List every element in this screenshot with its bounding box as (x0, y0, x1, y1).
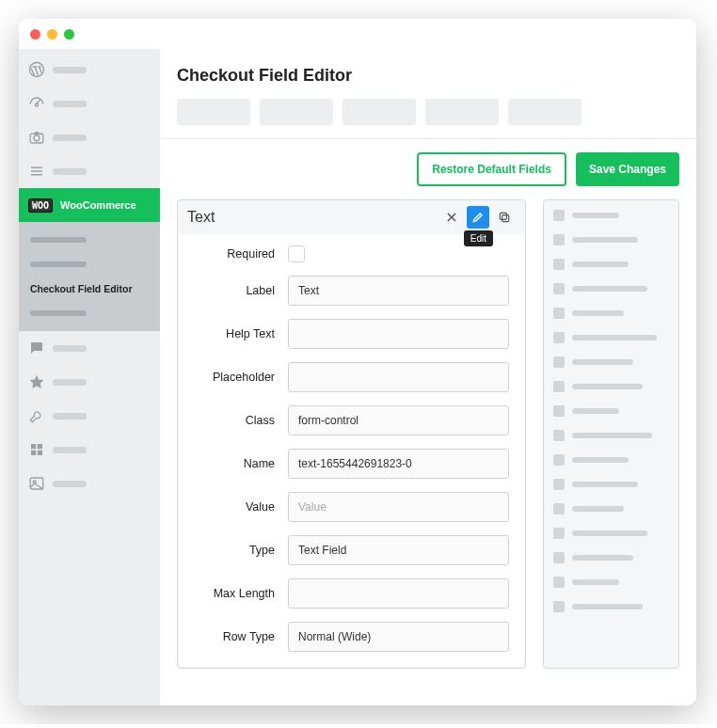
rowtype-label: Row Type (194, 630, 288, 643)
page-title: Checkout Field Editor (177, 58, 679, 99)
app-window: WOO WooCommerce Checkout Field Editor (19, 19, 696, 705)
copy-icon (498, 211, 511, 224)
comment-icon (28, 340, 45, 356)
maxlength-input[interactable] (288, 578, 509, 609)
svg-rect-4 (31, 444, 36, 449)
main-content: Checkout Field Editor Restore Default Fi… (160, 49, 696, 705)
sidebar-submenu: Checkout Field Editor (19, 222, 160, 331)
type-input[interactable] (288, 535, 509, 565)
pencil-icon (471, 211, 485, 224)
sidebar-item-tools[interactable] (19, 399, 160, 433)
class-input[interactable] (288, 405, 509, 435)
list-item[interactable] (553, 503, 669, 514)
titlebar (19, 19, 696, 49)
grid-icon (28, 441, 45, 458)
list-item[interactable] (553, 577, 669, 588)
svg-point-3 (34, 135, 40, 141)
required-label: Required (194, 247, 288, 261)
tab[interactable] (508, 99, 582, 125)
gauge-icon (28, 95, 45, 112)
sidebar-item-dashboard[interactable] (19, 87, 160, 120)
helptext-label: Help Text (194, 327, 288, 340)
tab[interactable] (177, 99, 250, 125)
svg-rect-7 (38, 451, 42, 455)
list-item[interactable] (553, 210, 669, 221)
restore-defaults-button[interactable]: Restore Default Fields (417, 152, 566, 186)
sidebar-subitem[interactable] (19, 301, 160, 325)
sidebar-item-comments[interactable] (19, 331, 160, 365)
list-item[interactable] (553, 430, 669, 441)
sidebar-item-wordpress[interactable] (19, 53, 160, 87)
edit-button[interactable] (467, 206, 489, 229)
svg-rect-6 (31, 451, 36, 455)
list-item[interactable] (553, 356, 669, 368)
sidebar-item-pages[interactable] (19, 154, 160, 188)
name-input[interactable] (288, 449, 509, 479)
field-list-panel (543, 199, 679, 669)
menu-icon (28, 163, 45, 180)
label-input[interactable] (288, 276, 509, 306)
list-item[interactable] (553, 234, 669, 245)
admin-sidebar: WOO WooCommerce Checkout Field Editor (19, 49, 160, 705)
wordpress-icon (28, 61, 45, 78)
helptext-input[interactable] (288, 319, 509, 349)
class-label: Class (194, 414, 288, 427)
close-icon (445, 211, 458, 224)
close-button[interactable] (440, 206, 463, 229)
sidebar-subitem-checkout-editor[interactable]: Checkout Field Editor (19, 277, 160, 301)
maxlength-label: Max Length (194, 587, 288, 600)
list-item[interactable] (553, 259, 669, 270)
star-icon (28, 373, 45, 390)
list-item[interactable] (553, 601, 669, 612)
sidebar-subitem[interactable] (19, 252, 160, 277)
value-input[interactable] (288, 492, 509, 522)
tab[interactable] (425, 99, 499, 125)
camera-icon (28, 129, 45, 146)
sidebar-item-favorites[interactable] (19, 365, 160, 399)
list-item[interactable] (553, 308, 669, 319)
window-minimize-icon[interactable] (47, 29, 57, 40)
svg-point-1 (36, 103, 39, 106)
list-item[interactable] (553, 332, 669, 343)
save-changes-button[interactable]: Save Changes (576, 152, 679, 186)
rowtype-input[interactable] (288, 622, 509, 652)
placeholder-label: Placeholder (194, 371, 288, 384)
list-item[interactable] (553, 454, 669, 466)
required-checkbox[interactable] (288, 245, 305, 262)
list-item[interactable] (553, 381, 669, 392)
field-editor-panel: Text Edit Requir (177, 199, 526, 669)
list-item[interactable] (553, 528, 669, 539)
wrench-icon (28, 407, 45, 424)
sidebar-subitem-label: Checkout Field Editor (30, 283, 133, 294)
svg-rect-11 (500, 213, 506, 219)
sidebar-item-plugins[interactable] (19, 433, 160, 467)
label-label: Label (194, 284, 288, 297)
type-label: Type (194, 544, 288, 557)
sidebar-item-label: WooCommerce (60, 199, 135, 211)
sidebar-subitem[interactable] (19, 228, 160, 252)
woo-badge: WOO (28, 198, 53, 213)
value-label: Value (194, 500, 288, 514)
editor-title: Text (187, 209, 437, 226)
sidebar-item-media[interactable] (19, 120, 160, 154)
tab[interactable] (343, 99, 416, 125)
name-label: Name (194, 457, 288, 470)
window-maximize-icon[interactable] (64, 29, 74, 40)
list-item[interactable] (553, 479, 669, 490)
image-icon (28, 475, 45, 492)
sidebar-item-woocommerce[interactable]: WOO WooCommerce (19, 188, 160, 222)
sidebar-item-image[interactable] (19, 467, 160, 500)
edit-tooltip: Edit (464, 230, 493, 246)
tab[interactable] (260, 99, 333, 125)
svg-rect-5 (38, 444, 42, 449)
placeholder-input[interactable] (288, 362, 509, 392)
list-item[interactable] (553, 552, 669, 563)
svg-rect-10 (502, 215, 509, 222)
tab-row (177, 99, 679, 125)
window-close-icon[interactable] (30, 29, 40, 40)
copy-button[interactable] (493, 206, 516, 229)
list-item[interactable] (553, 405, 669, 417)
list-item[interactable] (553, 283, 669, 294)
